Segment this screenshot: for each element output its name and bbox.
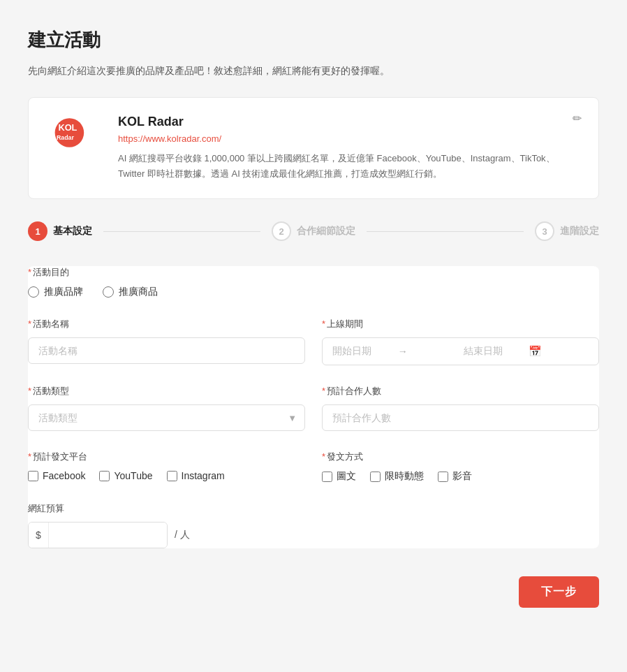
checkbox-facebook[interactable]: Facebook (28, 470, 85, 481)
brand-description: AI 網紅搜尋平台收錄 1,000,000 筆以上跨國網紅名單，及近億筆 Fac… (118, 151, 579, 182)
checkbox-instagram[interactable]: Instagram (167, 470, 225, 481)
brand-name: KOL Radar (118, 115, 579, 129)
step-line-1 (103, 231, 260, 232)
budget-label: 網紅預算 (28, 502, 599, 515)
name-period-row: *活動名稱 *上線期間 開始日期 → 結束日期 📅 (28, 318, 599, 365)
page-subtitle: 先向網紅介紹這次要推廣的品牌及產品吧！敘述愈詳細，網紅將能有更好的發揮喔。 (28, 65, 599, 78)
checkbox-story[interactable]: 限時動態 (370, 470, 424, 483)
platform-label: *預計發文平台 (28, 451, 305, 463)
form-section: *活動目的 推廣品牌 推廣商品 *活動名稱 (28, 266, 599, 548)
expected-kols-col: *預計合作人數 (322, 385, 599, 431)
calendar-icon: 📅 (529, 345, 589, 358)
next-button[interactable]: 下一步 (519, 576, 599, 608)
end-date-placeholder: 結束日期 (464, 345, 524, 358)
budget-dollar-sign: $ (29, 523, 49, 548)
brand-card: KOL Radar KOL Radar https://www.kolradar… (28, 97, 599, 199)
campaign-name-label: *活動名稱 (28, 318, 305, 330)
radio-promote-product[interactable]: 推廣商品 (103, 286, 158, 298)
campaign-type-col: *活動類型 活動類型 ▼ (28, 385, 305, 431)
budget-input[interactable] (49, 523, 167, 548)
footer-bar: 下一步 (28, 576, 599, 608)
radio-promote-product-input[interactable] (103, 286, 114, 298)
step-2-label: 合作細節設定 (297, 225, 355, 238)
brand-url[interactable]: https://www.kolradar.com/ (118, 133, 579, 144)
brand-logo: KOL Radar (48, 115, 104, 156)
checkbox-facebook-input[interactable] (28, 471, 38, 481)
budget-field-wrap: $ (28, 522, 168, 548)
checkbox-image-text-input[interactable] (322, 472, 332, 482)
platform-posttype-row: *預計發文平台 Facebook YouTube Instagram (28, 451, 599, 483)
online-period-label: *上線期間 (322, 318, 599, 330)
page-title: 建立活動 (28, 28, 599, 52)
campaign-purpose-group: *活動目的 推廣品牌 推廣商品 (28, 266, 599, 298)
edit-icon[interactable]: ✏ (573, 112, 582, 125)
post-type-checkbox-group: 圖文 限時動態 影音 (322, 470, 599, 483)
radio-promote-brand[interactable]: 推廣品牌 (28, 286, 83, 298)
campaign-type-select-wrap: 活動類型 ▼ (28, 404, 305, 431)
step-1-label: 基本設定 (53, 225, 92, 238)
step-3: 3 進階設定 (535, 221, 599, 241)
checkbox-story-input[interactable] (370, 472, 381, 482)
campaign-type-label: *活動類型 (28, 385, 305, 397)
checkbox-video-input[interactable] (438, 472, 448, 482)
platform-checkbox-group: Facebook YouTube Instagram (28, 470, 305, 481)
start-date-placeholder: 開始日期 (332, 345, 392, 358)
type-kols-row: *活動類型 活動類型 ▼ *預計合作人數 (28, 385, 599, 431)
step-line-2 (367, 231, 524, 232)
brand-info: KOL Radar https://www.kolradar.com/ AI 網… (118, 115, 579, 182)
checkbox-instagram-input[interactable] (167, 471, 177, 481)
svg-text:KOL: KOL (58, 122, 77, 133)
date-range-input[interactable]: 開始日期 → 結束日期 📅 (322, 337, 599, 365)
radio-promote-brand-input[interactable] (28, 286, 39, 298)
expected-kols-label: *預計合作人數 (322, 385, 599, 397)
campaign-purpose-label: *活動目的 (28, 266, 599, 279)
budget-wrap: $ / 人 (28, 522, 599, 548)
step-1: 1 基本設定 (28, 221, 92, 241)
steps-bar: 1 基本設定 2 合作細節設定 3 進階設定 (28, 221, 599, 241)
checkbox-video[interactable]: 影音 (438, 470, 472, 483)
campaign-name-col: *活動名稱 (28, 318, 305, 365)
campaign-type-select[interactable]: 活動類型 (28, 404, 305, 431)
budget-group: 網紅預算 $ / 人 (28, 502, 599, 548)
step-3-label: 進階設定 (560, 225, 599, 238)
step-2-circle: 2 (272, 221, 291, 241)
svg-text:Radar: Radar (57, 134, 75, 141)
step-3-circle: 3 (535, 221, 554, 241)
date-arrow-icon: → (398, 346, 458, 357)
post-type-label: *發文方式 (322, 451, 599, 463)
purpose-radio-group: 推廣品牌 推廣商品 (28, 286, 599, 298)
campaign-name-input[interactable] (28, 337, 305, 364)
step-2: 2 合作細節設定 (272, 221, 355, 241)
expected-kols-input[interactable] (322, 404, 599, 431)
checkbox-youtube-input[interactable] (99, 471, 110, 481)
online-period-col: *上線期間 開始日期 → 結束日期 📅 (322, 318, 599, 365)
checkbox-youtube[interactable]: YouTube (99, 470, 152, 481)
platform-col: *預計發文平台 Facebook YouTube Instagram (28, 451, 305, 483)
step-1-circle: 1 (28, 221, 47, 241)
per-person-label: / 人 (175, 529, 190, 541)
checkbox-image-text[interactable]: 圖文 (322, 470, 356, 483)
post-type-col: *發文方式 圖文 限時動態 影音 (322, 451, 599, 483)
